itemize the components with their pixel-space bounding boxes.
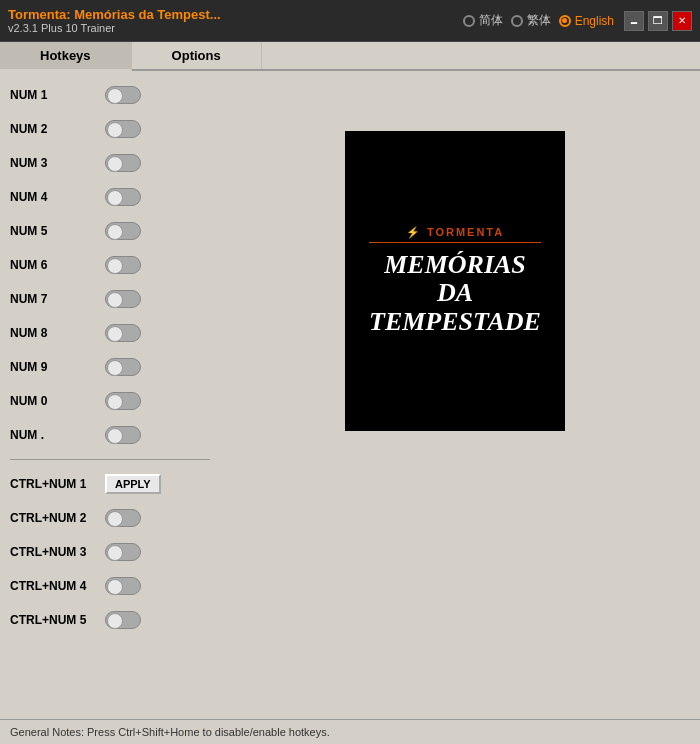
game-image-inner: ⚡ Tormenta MEMÓRIAS DA TEMPESTADE: [359, 216, 551, 347]
window-controls: 🗕 🗖 ✕: [624, 11, 692, 31]
hotkey-row-num1: NUM 1: [10, 81, 210, 109]
hotkey-row-ctrl-num2: CTRL+NUM 2: [10, 504, 210, 532]
close-button[interactable]: ✕: [672, 11, 692, 31]
footer: General Notes: Press Ctrl+Shift+Home to …: [0, 719, 700, 744]
hotkey-row-num6: NUM 6: [10, 251, 210, 279]
toggle-num4[interactable]: [105, 188, 141, 206]
hotkey-row-num3: NUM 3: [10, 149, 210, 177]
title-bar-right: 简体 繁体 English 🗕 🗖 ✕: [463, 11, 692, 31]
body-area: NUM 1 NUM 2 NUM 3 NUM 4 NUM 5 NUM 6: [0, 71, 700, 719]
game-logo-main: MEMÓRIAS DA TEMPESTADE: [369, 251, 541, 337]
hotkey-row-ctrl-num5: CTRL+NUM 5: [10, 606, 210, 634]
hotkey-row-num9: NUM 9: [10, 353, 210, 381]
toggle-ctrl-num4[interactable]: [105, 577, 141, 595]
language-options: 简体 繁体 English: [463, 12, 614, 29]
hotkeys-column: NUM 1 NUM 2 NUM 3 NUM 4 NUM 5 NUM 6: [10, 81, 210, 709]
hotkey-label-num7: NUM 7: [10, 292, 95, 306]
hotkey-label-ctrl-num1: CTRL+NUM 1: [10, 477, 95, 491]
apply-button-ctrl-num1[interactable]: APPLY: [105, 474, 161, 494]
tab-hotkeys[interactable]: Hotkeys: [0, 42, 132, 71]
hotkey-label-num0: NUM 0: [10, 394, 95, 408]
hotkey-row-num2: NUM 2: [10, 115, 210, 143]
lang-traditional-label: 繁体: [527, 12, 551, 29]
hotkey-label-num5: NUM 5: [10, 224, 95, 238]
lang-traditional-radio[interactable]: [511, 15, 523, 27]
lang-traditional[interactable]: 繁体: [511, 12, 551, 29]
hotkey-row-num4: NUM 4: [10, 183, 210, 211]
lang-simplified[interactable]: 简体: [463, 12, 503, 29]
hotkey-label-num4: NUM 4: [10, 190, 95, 204]
toggle-num6[interactable]: [105, 256, 141, 274]
toggle-ctrl-num2[interactable]: [105, 509, 141, 527]
hotkey-label-num9: NUM 9: [10, 360, 95, 374]
lang-english-radio[interactable]: [559, 15, 571, 27]
lang-english[interactable]: English: [559, 14, 614, 28]
toggle-ctrl-num3[interactable]: [105, 543, 141, 561]
toggle-numdot[interactable]: [105, 426, 141, 444]
hotkey-label-ctrl-num2: CTRL+NUM 2: [10, 511, 95, 525]
minimize-button[interactable]: 🗕: [624, 11, 644, 31]
hotkey-row-num7: NUM 7: [10, 285, 210, 313]
hotkey-label-num3: NUM 3: [10, 156, 95, 170]
hotkey-row-ctrl-num1: CTRL+NUM 1 APPLY: [10, 470, 210, 498]
hotkey-row-ctrl-num3: CTRL+NUM 3: [10, 538, 210, 566]
hotkey-label-num2: NUM 2: [10, 122, 95, 136]
title-bar-left: Tormenta: Memórias da Tempest... v2.3.1 …: [8, 7, 221, 34]
hotkey-row-numdot: NUM .: [10, 421, 210, 449]
toggle-num2[interactable]: [105, 120, 141, 138]
hotkey-label-num6: NUM 6: [10, 258, 95, 272]
main-content: Hotkeys Options NUM 1 NUM 2 NUM 3 NUM 4: [0, 42, 700, 744]
app-title: Tormenta: Memórias da Tempest...: [8, 7, 221, 22]
app-subtitle: v2.3.1 Plus 10 Trainer: [8, 22, 221, 34]
hotkey-label-numdot: NUM .: [10, 428, 95, 442]
hotkey-row-ctrl-num4: CTRL+NUM 4: [10, 572, 210, 600]
hotkey-label-ctrl-num4: CTRL+NUM 4: [10, 579, 95, 593]
toggle-num9[interactable]: [105, 358, 141, 376]
restore-button[interactable]: 🗖: [648, 11, 668, 31]
hotkey-row-num0: NUM 0: [10, 387, 210, 415]
lang-simplified-label: 简体: [479, 12, 503, 29]
toggle-num8[interactable]: [105, 324, 141, 342]
footer-note: General Notes: Press Ctrl+Shift+Home to …: [10, 726, 330, 738]
toggle-num0[interactable]: [105, 392, 141, 410]
hotkey-label-num8: NUM 8: [10, 326, 95, 340]
lang-english-label: English: [575, 14, 614, 28]
hotkey-label-ctrl-num3: CTRL+NUM 3: [10, 545, 95, 559]
title-bar: Tormenta: Memórias da Tempest... v2.3.1 …: [0, 0, 700, 42]
separator: [10, 459, 210, 460]
toggle-num3[interactable]: [105, 154, 141, 172]
tab-bar: Hotkeys Options: [0, 42, 700, 71]
game-image: ⚡ Tormenta MEMÓRIAS DA TEMPESTADE: [345, 131, 565, 431]
toggle-num5[interactable]: [105, 222, 141, 240]
toggle-num1[interactable]: [105, 86, 141, 104]
tab-options[interactable]: Options: [132, 42, 262, 69]
toggle-ctrl-num5[interactable]: [105, 611, 141, 629]
hotkey-label-ctrl-num5: CTRL+NUM 5: [10, 613, 95, 627]
hotkey-row-num8: NUM 8: [10, 319, 210, 347]
hotkey-label-num1: NUM 1: [10, 88, 95, 102]
hotkey-row-num5: NUM 5: [10, 217, 210, 245]
lang-simplified-radio[interactable]: [463, 15, 475, 27]
game-logo-tormenta: ⚡ Tormenta: [369, 226, 541, 243]
toggle-num7[interactable]: [105, 290, 141, 308]
